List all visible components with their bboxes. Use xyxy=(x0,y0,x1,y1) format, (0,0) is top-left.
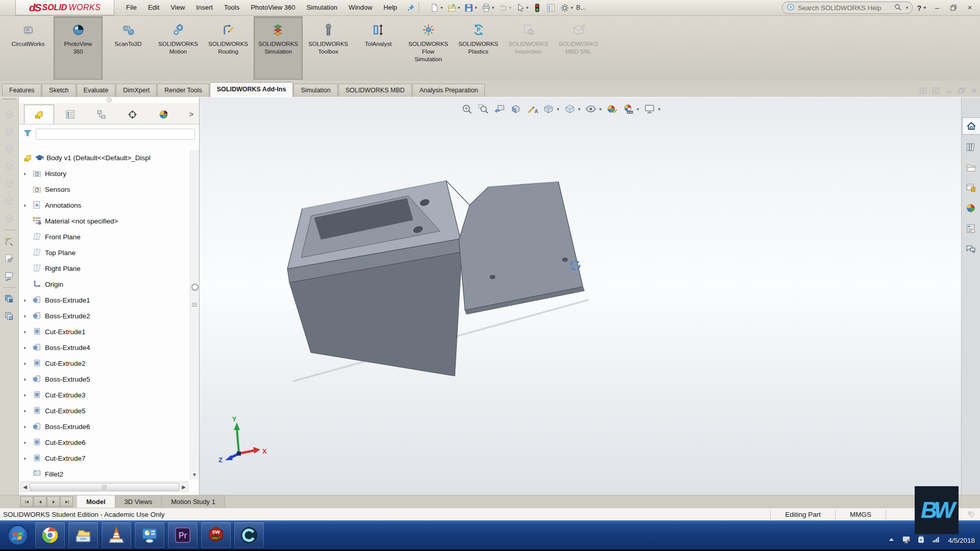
tab-solidworks-mbd[interactable]: SOLIDWORKS MBD xyxy=(338,84,412,97)
tab-evaluate[interactable]: Evaluate xyxy=(77,84,116,97)
expand-arrow-icon[interactable] xyxy=(21,345,29,350)
tab-3d-views[interactable]: 3D Views xyxy=(115,495,162,508)
featuremanager-tab-target[interactable] xyxy=(117,105,148,124)
tray-bars-icon[interactable] xyxy=(931,535,941,546)
dropdown-caret-icon[interactable]: ▾ xyxy=(526,5,529,10)
taskbar-display-settings-button[interactable] xyxy=(135,522,164,548)
tree-item-boss-extrude2[interactable]: Boss-Extrude2 xyxy=(19,308,190,324)
options-list-button[interactable] xyxy=(545,2,557,14)
dropdown-caret-icon[interactable]: ▾ xyxy=(509,5,511,10)
expand-arrow-icon[interactable] xyxy=(21,424,29,430)
save-button[interactable]: ▾ xyxy=(463,2,478,14)
addin-circuitworks-button[interactable]: CircuitWorks xyxy=(4,16,53,80)
tp-appearance-button[interactable] xyxy=(962,200,979,216)
addin-scanto3d-button[interactable]: ScanTo3D xyxy=(104,16,153,80)
expand-arrow-icon[interactable] xyxy=(21,393,29,398)
menu-photoview-360[interactable]: PhotoView 360 xyxy=(245,0,301,15)
tab-simulation[interactable]: Simulation xyxy=(293,84,337,97)
nav-first-button[interactable] xyxy=(20,496,33,507)
addin-photoview-button[interactable]: PhotoView 360 xyxy=(54,16,103,80)
taskbar-chrome-button[interactable] xyxy=(35,522,65,548)
tab-dimxpert[interactable]: DimXpert xyxy=(116,84,157,97)
tree-item-boss-extrude4[interactable]: Boss-Extrude4 xyxy=(19,340,190,356)
expand-panel-chevron-icon[interactable]: > xyxy=(186,105,197,124)
expand-arrow-icon[interactable] xyxy=(21,361,29,366)
addin-tolanalyst-button[interactable]: TolAnalyst xyxy=(354,16,403,80)
tp-explorer-button[interactable] xyxy=(962,159,979,176)
tree-item-top-plane[interactable]: Top Plane xyxy=(19,245,190,261)
rollback-bar-handle[interactable] xyxy=(191,284,199,291)
featuremanager-tab-part[interactable] xyxy=(24,105,54,124)
dropdown-caret-icon[interactable]: ▾ xyxy=(458,5,460,10)
win-restore-icon[interactable] xyxy=(958,87,965,94)
win-next-icon[interactable] xyxy=(932,87,940,94)
addin-toolbox-button[interactable]: SOLIDWORKS Toolbox xyxy=(304,16,353,80)
print-button[interactable]: ▾ xyxy=(480,2,496,14)
nav-prev-button[interactable] xyxy=(34,496,46,507)
tree-item-material-not-specified-[interactable]: Material <not specified> xyxy=(19,213,190,229)
panel-grip[interactable] xyxy=(19,97,199,103)
cad-model-3d-view[interactable]: Y X Z xyxy=(200,97,962,495)
tp-home-button[interactable] xyxy=(962,117,980,135)
tree-item-sensors[interactable]: Sensors xyxy=(19,182,190,197)
search-dropdown-caret-icon[interactable]: ▾ xyxy=(906,5,909,10)
doc-wrench-icon[interactable] xyxy=(0,250,18,267)
cube-icon[interactable] xyxy=(0,210,18,227)
tree-item-cut-extrude1[interactable]: Cut-Extrude1 xyxy=(19,324,190,340)
menu-tools[interactable]: Tools xyxy=(218,0,245,15)
model-panel-hole-2[interactable] xyxy=(562,258,568,262)
undo-button[interactable]: ▾ xyxy=(497,2,512,14)
tree-item-origin[interactable]: Origin xyxy=(19,277,190,292)
open-button[interactable]: ▾ xyxy=(446,2,461,14)
menu-help[interactable]: Help xyxy=(378,0,403,15)
win-min-icon[interactable] xyxy=(945,87,952,94)
units-selector[interactable]: MMGS xyxy=(836,511,886,518)
toolbar-grip[interactable] xyxy=(3,98,15,105)
dropdown-caret-icon[interactable]: ▾ xyxy=(571,5,573,10)
search-input[interactable]: ? Search SOLIDWORKS Help ▾ xyxy=(782,2,913,14)
tray-arrow-icon[interactable] xyxy=(887,535,896,546)
addin-flow-button[interactable]: SOLIDWORKS Flow Simulation xyxy=(404,16,453,80)
new-button[interactable]: ▾ xyxy=(429,2,444,14)
menu-simulation[interactable]: Simulation xyxy=(301,0,343,15)
menu-insert[interactable]: Insert xyxy=(190,0,218,15)
tree-horizontal-scrollbar[interactable]: ◀ ||| ▶ xyxy=(20,482,188,492)
toolbar-overflow-button[interactable]: B... xyxy=(576,4,586,11)
cube-icon[interactable] xyxy=(0,158,18,175)
tree-item-boss-extrude5[interactable]: Boss-Extrude5 xyxy=(19,371,190,387)
nav-next-button[interactable] xyxy=(47,496,60,507)
menu-edit[interactable]: Edit xyxy=(142,0,165,15)
tree-item-front-plane[interactable]: Front Plane xyxy=(19,229,190,245)
tree-item-cut-extrude2[interactable]: Cut-Extrude2 xyxy=(19,356,190,371)
expand-arrow-icon[interactable] xyxy=(21,330,29,335)
taskbar-premiere-button[interactable]: Pr xyxy=(168,522,198,548)
tree-item-fillet2[interactable]: Fillet2 xyxy=(19,466,190,482)
tree-item-annotations[interactable]: AAnnotations xyxy=(19,197,190,213)
layers-b-icon[interactable] xyxy=(0,308,18,325)
win-prev-icon[interactable] xyxy=(919,87,927,94)
cube-icon[interactable] xyxy=(0,175,18,192)
addin-routing-button[interactable]: SOLIDWORKS Routing xyxy=(204,16,253,80)
scrollbar-thumb[interactable]: ||| xyxy=(30,483,179,491)
xpress-products-button[interactable] xyxy=(531,2,543,14)
addin-simulation-button[interactable]: SOLIDWORKS Simulation xyxy=(254,16,303,80)
dropdown-caret-icon[interactable]: ▾ xyxy=(440,5,443,10)
taskbar-start-button[interactable] xyxy=(4,522,32,548)
cube-icon[interactable] xyxy=(0,140,18,158)
featuremanager-tab-list[interactable] xyxy=(55,105,85,124)
taskbar-date[interactable]: 4/5/2018 xyxy=(946,537,975,544)
tree-item-boss-extrude6[interactable]: Boss-Extrude6 xyxy=(19,419,190,435)
close-button[interactable]: × xyxy=(963,2,977,14)
tree-item-boss-extrude1[interactable]: Boss-Extrude1 xyxy=(19,292,190,308)
help-button[interactable]: ?▾ xyxy=(915,4,928,12)
taskbar-camtasia-button[interactable] xyxy=(234,522,264,548)
tree-item-cut-extrude3[interactable]: Cut-Extrude3 xyxy=(19,387,190,403)
scroll-left-arrow-icon[interactable]: ◀ xyxy=(21,484,29,490)
tp-props-button[interactable] xyxy=(962,220,979,237)
expand-arrow-icon[interactable] xyxy=(21,203,29,208)
tab-features[interactable]: Features xyxy=(2,84,41,97)
expand-arrow-icon[interactable] xyxy=(21,440,29,445)
dropdown-caret-icon[interactable]: ▾ xyxy=(475,5,477,10)
tp-forum-button[interactable] xyxy=(962,241,979,257)
tree-root-item[interactable]: Body v1 (Default<<Default>_Displ xyxy=(19,150,190,166)
